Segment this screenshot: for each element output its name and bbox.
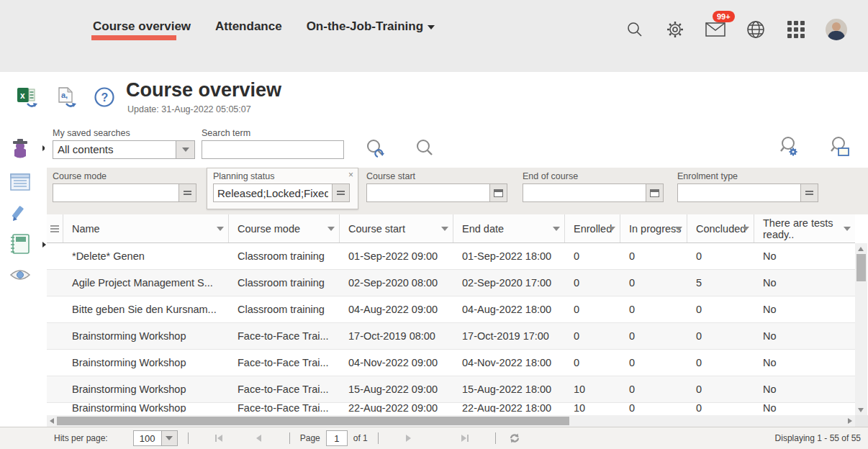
vertical-scrollbar[interactable] [855,243,867,416]
top-bar: Course overview Attendance On-the-Job-Tr… [0,0,868,72]
app-grid-icon[interactable] [776,17,816,42]
cell-end-date: 02-Sep-2020 17:00 [453,270,565,296]
scroll-left-icon[interactable] [50,418,54,424]
table-row[interactable]: Brainstorming Workshop Face-to-Face Trai… [47,350,855,376]
tab-attendance[interactable]: Attendance [215,19,282,34]
horizontal-scrollbar[interactable] [47,415,855,427]
column-header-concluded[interactable]: Concluded [687,214,754,242]
cell-course-mode: Classroom training [229,270,340,296]
svg-text:a,: a, [61,91,68,99]
filter-planning-status-input[interactable] [213,183,333,202]
cell-end-date: 04-Aug-2022 18:00 [453,296,565,322]
filter-enrolment-type-list-button[interactable] [801,183,818,202]
saved-searches-select[interactable]: All contents [53,140,195,159]
mail-badge: 99+ [713,11,735,22]
row-handle-header[interactable] [47,214,63,242]
notebook-icon[interactable] [9,232,37,257]
tab-on-the-job-training[interactable]: On-the-Job-Training [307,19,435,34]
chevron-down-icon [441,227,448,231]
tab-course-overview[interactable]: Course overview [93,19,191,34]
table-row[interactable]: Brainstorming Workshop Face-to-Face Trai… [47,323,855,350]
tab-attendance-label: Attendance [215,19,282,33]
menu-icon [50,225,59,232]
search-form-icon[interactable] [828,135,852,159]
divider [378,432,379,444]
column-header-tests-ready[interactable]: There are tests ready.. [754,214,855,242]
preview-eye-icon[interactable] [9,263,37,287]
search-run-icon[interactable] [414,137,438,162]
column-header-label: In progress [629,223,682,235]
search-term-input[interactable] [202,140,344,159]
student-menu-icon[interactable] [9,136,37,160]
hits-per-page-select[interactable]: 100 [133,430,178,446]
saved-searches-value: All contents [53,141,176,158]
course-table: Name Course mode Course start End date E… [47,214,855,412]
column-header-end-date[interactable]: End date [453,214,565,242]
scroll-up-icon[interactable] [858,247,864,251]
filter-course-mode-input[interactable] [53,183,179,202]
export-document-icon[interactable]: a, [55,86,79,109]
cell-course-mode: Classroom training [229,243,340,269]
filter-end-of-course-calendar-button[interactable] [646,183,664,202]
main-nav: Course overview Attendance On-the-Job-Tr… [93,19,435,34]
refresh-button[interactable] [509,432,520,444]
last-update-text: Update: 31-Aug-2022 05:05:07 [127,104,251,114]
cell-enrolled: 10 [565,403,620,412]
first-page-button[interactable] [204,435,233,442]
cell-concluded: 0 [687,350,754,376]
export-excel-icon[interactable]: x [16,86,40,109]
cell-in-progress: 0 [620,323,687,349]
chevron-down-icon [844,227,851,231]
column-header-label: Course start [348,223,405,235]
table-row[interactable]: Agile Project Management S... Classroom … [47,270,855,296]
chevron-down-icon [428,25,435,30]
calendar-icon [494,189,503,197]
filter-planning-status-list-button[interactable] [333,183,350,202]
mail-icon[interactable]: 99+ [695,17,736,42]
avatar [826,19,847,40]
table-header-row: Name Course mode Course start End date E… [47,214,855,243]
search-refresh-icon[interactable] [363,137,388,162]
globe-icon[interactable] [736,17,776,42]
filter-end-of-course-input[interactable] [523,183,646,202]
saved-searches-label: My saved searches [53,128,130,138]
table-row[interactable]: Bitte geben Sie den Kursnam... Classroom… [47,296,855,323]
table-row-partial[interactable]: Brainstorming Workshop Face-to-Face Trai… [47,403,855,412]
edit-pencil-icon[interactable] [9,202,37,227]
last-page-button[interactable] [451,435,479,442]
cell-tests-ready: No [754,270,855,296]
flyout-arrow-icon [42,242,46,248]
next-page-button[interactable] [394,435,423,442]
previous-page-button[interactable] [245,435,273,442]
filter-enrolment-type-input[interactable] [677,183,801,202]
select-dropdown-button[interactable] [176,141,194,158]
close-icon[interactable]: × [348,171,353,179]
page-number-input[interactable] [326,430,348,446]
filter-course-mode-list-button[interactable] [179,183,196,202]
cell-end-date: 04-Nov-2022 18:00 [453,350,565,376]
filter-end-of-course-label: End of course [523,171,664,181]
search-icon[interactable] [615,17,655,42]
filter-course-start-calendar-button[interactable] [490,183,507,202]
user-avatar[interactable] [816,17,856,42]
column-header-enrolled[interactable]: Enrolled [565,214,620,242]
scroll-down-icon[interactable] [858,408,864,412]
cell-name: Agile Project Management S... [63,270,229,296]
horizontal-scroll-thumb[interactable] [57,417,569,425]
filter-course-mode: Course mode [53,171,196,202]
vertical-scroll-thumb[interactable] [856,254,866,281]
catalog-table-icon[interactable] [9,171,37,195]
column-header-course-start[interactable]: Course start [340,214,453,242]
filter-course-start-input[interactable] [366,183,490,202]
combo-dropdown-button[interactable] [161,431,177,445]
search-settings-icon[interactable] [777,135,802,159]
help-icon[interactable]: ? [94,86,118,109]
column-header-in-progress[interactable]: In progress [620,214,687,242]
cell-course-mode: Face-to-Face Trai... [229,376,340,402]
scroll-right-icon[interactable] [848,418,852,424]
table-row[interactable]: *Delete* Genen Classroom training 01-Sep… [47,243,855,270]
gear-icon[interactable] [655,17,695,42]
column-header-course-mode[interactable]: Course mode [229,214,340,242]
column-header-name[interactable]: Name [63,214,229,242]
table-row[interactable]: Brainstorming Workshop Face-to-Face Trai… [47,376,855,403]
